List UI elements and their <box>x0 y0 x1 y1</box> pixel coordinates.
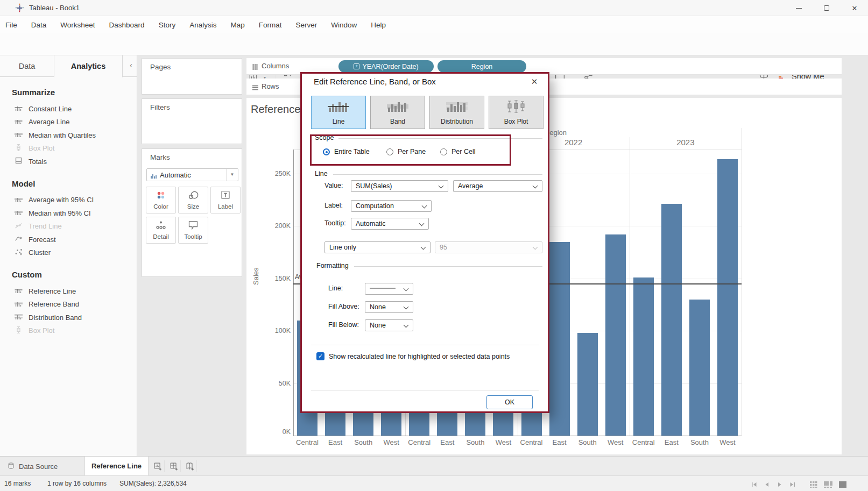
menu-item-format[interactable]: Format <box>259 21 282 29</box>
menu-item-worksheet[interactable]: Worksheet <box>60 21 95 29</box>
bar-2022-west[interactable] <box>605 234 626 436</box>
sidebar-item-reference-band[interactable]: Reference Band <box>0 298 137 311</box>
line-style-dropdown[interactable] <box>365 283 413 295</box>
next-page-icon[interactable] <box>777 480 783 490</box>
previous-page-icon[interactable] <box>764 480 770 490</box>
tooltip-dropdown[interactable]: Automatic <box>351 218 429 230</box>
fill-above-dropdown[interactable]: None <box>365 301 413 313</box>
sidebar-item-cluster[interactable]: Cluster <box>0 246 137 260</box>
fill-below-dropdown[interactable]: None <box>365 319 413 331</box>
sidebar-item-median-with-95-ci[interactable]: Median with 95% CI <box>0 207 137 220</box>
bar-2023-south[interactable] <box>689 300 710 436</box>
y-tick-50K: 50K <box>258 379 291 388</box>
menu-item-file[interactable]: File <box>5 21 17 29</box>
bar-2023-east[interactable] <box>661 204 682 436</box>
menu-item-dashboard[interactable]: Dashboard <box>109 21 145 29</box>
line-only-dropdown[interactable]: Line only <box>324 241 431 253</box>
section-title-model: Model <box>0 179 137 188</box>
sidebar-item-label: Forecast <box>29 236 56 244</box>
last-page-icon[interactable] <box>789 480 796 490</box>
band-icon <box>15 196 23 204</box>
section-title-summarize: Summarize <box>0 88 137 97</box>
bar-2023-west[interactable] <box>717 159 738 436</box>
filmstrip-view-icon[interactable] <box>824 480 832 490</box>
menu-item-data[interactable]: Data <box>31 21 47 29</box>
tableau-window: Tableau - Book1 ✕ FileDataWorksheetDashb… <box>0 0 868 491</box>
sidebar-item-label: Median with Quartiles <box>29 131 96 139</box>
new-worksheet-button[interactable] <box>152 460 165 472</box>
value-dropdown[interactable]: SUM(Sales) <box>351 180 448 192</box>
menu-item-window[interactable]: Window <box>331 21 357 29</box>
data-source-tab[interactable]: Data Source <box>0 457 85 476</box>
type-button-box-plot[interactable]: Box Plot <box>489 96 544 129</box>
sidebar-item-forecast[interactable]: Forecast <box>0 233 137 246</box>
sheet-tab-reference-line[interactable]: Reference Line <box>85 457 149 476</box>
scope-per-pane-radio[interactable] <box>386 148 393 155</box>
sidebar-item-trend-line[interactable]: Trend Line <box>0 220 137 233</box>
label-button[interactable]: Label <box>210 187 241 214</box>
recalculated-line-checkbox[interactable]: ✓ <box>316 352 324 360</box>
category-label-2023-west: West <box>710 438 745 447</box>
rows-shelf-label: Rows <box>262 82 279 90</box>
expand-field-icon[interactable]: + <box>354 63 359 69</box>
pill-region[interactable]: Region <box>437 60 526 73</box>
mark-type-dropdown[interactable]: Automatic ▼ <box>146 168 238 181</box>
tooltip-button[interactable]: Tooltip <box>178 217 208 244</box>
menu-item-story[interactable]: Story <box>159 21 176 29</box>
menu-item-map[interactable]: Map <box>230 21 244 29</box>
type-button-band[interactable]: Band <box>370 96 425 129</box>
minimize-button[interactable] <box>785 0 812 16</box>
sidebar-item-reference-line[interactable]: Reference Line <box>0 284 137 298</box>
dialog-close-icon[interactable]: ✕ <box>528 76 540 88</box>
sidebar-item-average-line[interactable]: Average Line <box>0 116 137 129</box>
menu-item-help[interactable]: Help <box>371 21 386 29</box>
type-button-line[interactable]: Line <box>311 96 366 129</box>
bar-2023-central[interactable] <box>633 277 654 436</box>
ok-button[interactable]: OK <box>486 395 533 409</box>
columns-icon <box>252 63 258 73</box>
line-group-label: Line <box>315 170 331 177</box>
menu-item-server[interactable]: Server <box>295 21 317 29</box>
sidebar-item-average-with-95-ci[interactable]: Average with 95% CI <box>0 194 137 207</box>
sidebar-item-distribution-band[interactable]: Distribution Band <box>0 311 137 324</box>
pages-card[interactable]: Pages <box>142 58 242 95</box>
mark-type-caret-icon[interactable]: ▼ <box>226 169 238 181</box>
close-button[interactable]: ✕ <box>841 0 868 16</box>
label-dropdown[interactable]: Computation <box>351 200 432 212</box>
color-button[interactable]: Color <box>146 187 176 214</box>
sidebar-item-totals[interactable]: Totals <box>0 155 137 168</box>
type-button-distribution[interactable]: Distribution <box>429 96 484 129</box>
sidebar-item-label: Distribution Band <box>29 314 82 322</box>
detail-button[interactable]: Detail <box>146 217 176 244</box>
pill-label: Region <box>471 63 493 70</box>
confidence-dropdown[interactable]: 95 <box>435 241 542 253</box>
first-page-icon[interactable] <box>751 480 757 490</box>
year-header-2022: 2022 <box>552 138 595 147</box>
sidebar-item-box-plot[interactable]: Box Plot <box>0 324 137 338</box>
size-button[interactable]: Size <box>178 187 208 214</box>
sidebar-item-box-plot[interactable]: Box Plot <box>0 142 137 155</box>
band-icon <box>15 300 23 309</box>
tab-data[interactable]: Data <box>0 55 54 77</box>
grid-view-icon[interactable] <box>810 480 817 490</box>
y-tick-250K: 250K <box>258 169 291 178</box>
maximize-button[interactable] <box>813 0 840 16</box>
collapse-pane-icon[interactable]: ‹ <box>130 60 132 69</box>
scope-per-cell-radio[interactable] <box>440 148 447 155</box>
full-view-icon[interactable] <box>839 480 846 490</box>
new-dashboard-button[interactable] <box>168 460 181 472</box>
aggregation-dropdown[interactable]: Average <box>453 180 542 192</box>
scope-per-cell-label: Per Cell <box>451 148 475 155</box>
new-story-button[interactable] <box>184 460 197 472</box>
pill-year-order-date[interactable]: +YEAR(Order Date) <box>338 60 434 73</box>
sidebar-item-median-with-quartiles[interactable]: Median with Quartiles <box>0 129 137 142</box>
filters-card[interactable]: Filters <box>142 98 242 144</box>
pill-label: YEAR(Order Date) <box>362 63 418 70</box>
bar-2022-east[interactable] <box>549 242 570 436</box>
tab-analytics[interactable]: Analytics <box>54 55 123 77</box>
scope-entire-table-radio[interactable] <box>323 148 330 155</box>
sidebar-item-constant-line[interactable]: Constant Line <box>0 102 137 116</box>
bar-2022-south[interactable] <box>577 333 598 436</box>
tableau-logo-icon <box>15 3 24 15</box>
menu-item-analysis[interactable]: Analysis <box>189 21 216 29</box>
